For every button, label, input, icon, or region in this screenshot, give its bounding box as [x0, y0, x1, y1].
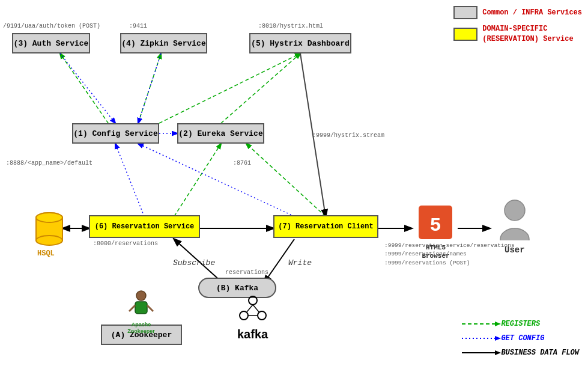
user-icon: [499, 198, 532, 240]
reservation-service-label: (6) Reservation Service: [95, 222, 195, 231]
svg-line-5: [246, 144, 326, 216]
arrows-layer: [0, 0, 588, 375]
svg-point-29: [258, 311, 266, 320]
auth-service-box: (3) Auth Service: [12, 33, 90, 53]
zipkin-service-label: (4) Zipkin Service: [121, 39, 205, 48]
svg-line-0: [60, 53, 115, 133]
auth-service-label: (3) Auth Service: [14, 39, 89, 48]
hystrix-dashboard-label: (5) Hystrix Dashboard: [251, 39, 350, 48]
kafka-service-label: (B) Kafka: [216, 284, 258, 293]
reservations-topic-label: reservations: [225, 269, 268, 276]
svg-line-7: [138, 53, 161, 123]
svg-line-10: [138, 144, 294, 216]
svg-point-28: [240, 311, 248, 320]
svg-point-21: [36, 213, 62, 222]
svg-line-9: [115, 144, 144, 216]
reservation-service-box: (6) Reservation Service: [89, 215, 200, 238]
zookeeper-logo-area: ApacheZookeeper: [105, 288, 177, 335]
reservation-endpoints-label: :9999/reservation-service/reservations:9…: [384, 242, 515, 267]
hystrix-stream-label: :9999/hystrix.stream: [312, 132, 384, 139]
zipkin-port-label: :9411: [129, 23, 147, 29]
svg-line-2: [159, 53, 300, 123]
svg-rect-34: [135, 302, 147, 314]
config-service-box: (1) Config Service: [72, 123, 159, 144]
svg-point-26: [500, 228, 529, 240]
svg-line-30: [247, 305, 253, 312]
legend-domain-label: DOMAIN-SPECIFIC(RESERVATION) Service: [482, 24, 573, 44]
blue-dot-arrow-icon: [462, 334, 501, 343]
svg-point-25: [505, 200, 525, 221]
svg-marker-38: [495, 322, 501, 326]
zipkin-service-box: (4) Zipkin Service: [120, 33, 207, 53]
svg-text:5: 5: [429, 215, 441, 237]
arrow-legend-panel: REGISTERS GET CONFIG BUSINESS DATA FLOW: [462, 320, 579, 363]
svg-line-3: [221, 53, 300, 123]
reservation-client-label: (7) Reservation Client: [278, 222, 373, 231]
zookeeper-brand: ApacheZookeeper: [105, 322, 177, 335]
hystrix-url-label: :8010/hystrix.html: [258, 23, 323, 29]
html5-icon: 5: [417, 204, 453, 240]
legend-panel: Common / INFRA Services DOMAIN-SPECIFIC(…: [453, 6, 582, 49]
zookeeper-icon: [126, 288, 156, 319]
get-config-legend: GET CONFIG: [462, 334, 579, 343]
business-flow-arrow-label: BUSINESS DATA FLOW: [501, 349, 579, 357]
svg-point-27: [249, 296, 257, 305]
diagram: (3) Auth Service (4) Zipkin Service (5) …: [0, 0, 588, 375]
kafka-text: kafka: [237, 328, 268, 341]
kafka-logo-area: kafka: [237, 294, 268, 341]
svg-line-31: [253, 305, 259, 312]
svg-point-33: [136, 291, 146, 300]
svg-marker-40: [495, 336, 501, 341]
business-flow-legend: BUSINESS DATA FLOW: [462, 349, 579, 357]
config-service-label: (1) Config Service: [73, 129, 157, 138]
legend-common-label: Common / INFRA Services: [482, 8, 582, 17]
kafka-logo-icon: [238, 294, 268, 325]
svg-line-1: [138, 53, 161, 123]
svg-line-6: [60, 53, 115, 123]
hsql-icon: [33, 210, 66, 246]
reservation-client-box: (7) Reservation Client: [273, 215, 378, 238]
config-url-label: :8888/<app_name>/default: [6, 160, 92, 166]
svg-point-20: [36, 236, 62, 245]
svg-line-36: [147, 305, 153, 311]
green-dash-arrow-icon: [462, 320, 501, 328]
eureka-port-label: :8761: [233, 160, 251, 166]
legend-gray-box: [453, 6, 477, 19]
write-label: Write: [288, 258, 312, 267]
auth-url-label: /9191/uaa/auth/token (POST): [3, 23, 100, 29]
reservations-url-label: :8000/reservations: [93, 240, 158, 247]
svg-line-4: [174, 144, 221, 216]
registers-arrow-label: REGISTERS: [501, 320, 540, 328]
subscribe-label: Subscribe: [173, 258, 215, 267]
hsql-label: HSQL: [37, 249, 55, 258]
registers-legend: REGISTERS: [462, 320, 579, 328]
svg-marker-42: [495, 350, 501, 355]
black-solid-arrow-icon: [462, 349, 501, 357]
svg-line-35: [129, 305, 135, 311]
eureka-service-box: (2) Eureka Service: [177, 123, 264, 144]
legend-yellow-box: [453, 28, 477, 41]
eureka-service-label: (2) Eureka Service: [178, 129, 262, 138]
hystrix-dashboard-box: (5) Hystrix Dashboard: [249, 33, 351, 53]
get-config-arrow-label: GET CONFIG: [501, 334, 544, 343]
